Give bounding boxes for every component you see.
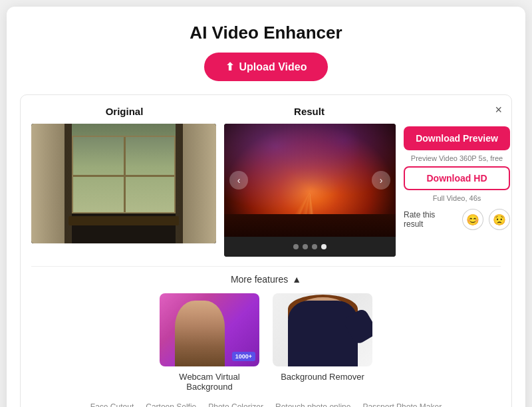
webcam-thumb: 1000+ [160,293,259,366]
preview-sub-label: Preview Video 360P 5s, free [411,154,503,162]
divider [31,266,501,267]
window-scene [31,124,216,243]
br-body [288,301,358,366]
hd-sub-label: Full Video, 46s [433,194,481,202]
curtain-left [31,124,65,243]
columns-header: Original Result [31,106,501,117]
download-hd-button[interactable]: Download HD [404,166,510,190]
upload-icon: ⬆ [225,61,234,73]
window [72,136,176,213]
rate-label: Rate this result [404,210,457,229]
carousel-dot-3[interactable] [312,244,317,249]
result-label: Result [223,106,396,117]
upload-video-button[interactable]: ⬆ Upload Video [204,53,329,81]
features-grid: 1000+ Webcam Virtual Background Backgrou… [31,293,501,392]
bg-remover-feature-name: Background Remover [273,372,372,382]
result-scene: ‹ › [224,124,396,237]
more-features-text: More features [231,274,288,285]
feature-card-bg-remover[interactable]: Background Remover [273,293,372,392]
original-video [31,124,216,243]
footer-link-face-cutout[interactable]: Face Cutout [90,402,134,407]
window-frame-v [124,137,126,212]
download-preview-button[interactable]: Download Preview [404,126,510,150]
main-card: × Original Result [20,94,512,407]
result-floor [224,214,396,237]
sad-rate-button[interactable]: 😟 [489,209,510,230]
upload-btn-label: Upload Video [239,61,307,73]
close-button[interactable]: × [495,103,502,117]
action-panel: Download Preview Preview Video 360P 5s, … [404,124,510,230]
rate-row: Rate this result 😊 😟 [404,209,510,230]
carousel-prev-button[interactable]: ‹ [229,171,248,190]
table [68,216,180,225]
wvb-person [175,301,225,366]
carousel-dot-4[interactable] [321,244,327,249]
footer-link-retouch[interactable]: Retouch photo online [275,402,350,407]
more-features-section: More features ▲ [31,273,501,285]
more-features-arrow: ▲ [292,274,301,285]
footer-link-passport[interactable]: Passport Photo Maker [362,402,442,407]
carousel-dots [224,237,396,257]
content-row: ‹ › Download Preview Preview Video 360P … [31,124,501,257]
wvb-badge: 1000+ [232,352,255,361]
webcam-feature-name: Webcam Virtual Background [160,372,259,392]
happy-rate-button[interactable]: 😊 [462,209,483,230]
carousel-dot-1[interactable] [293,244,299,249]
original-label: Original [31,106,217,117]
bg-remover-thumb [273,293,372,366]
result-video: ‹ › [224,124,396,257]
carousel-next-button[interactable]: › [372,171,390,190]
more-features-label: More features ▲ [231,274,301,285]
feature-card-webcam[interactable]: 1000+ Webcam Virtual Background [160,293,259,392]
footer-link-photo-colorizer[interactable]: Photo Colorizer [208,402,263,407]
footer-link-cartoon-selfie[interactable]: Cartoon Selfie [146,402,196,407]
carousel-dot-2[interactable] [303,244,308,249]
curtain-right [183,124,216,243]
page-wrapper: AI Video Enhancer ⬆ Upload Video × Origi… [7,7,525,407]
header: AI Video Enhancer ⬆ Upload Video [20,23,512,81]
footer-links: Face Cutout Cartoon Selfie Photo Coloriz… [31,402,501,407]
page-title: AI Video Enhancer [20,23,512,43]
